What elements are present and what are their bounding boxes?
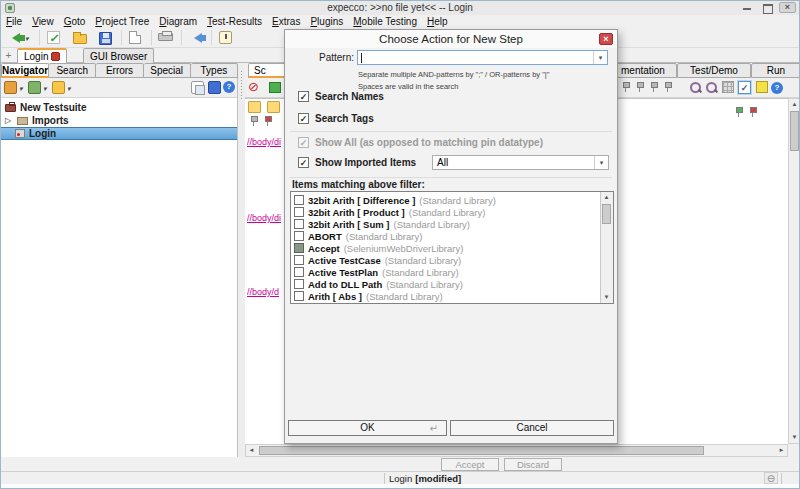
scroll-up-icon[interactable]: ▲ xyxy=(601,192,612,203)
zoom-out-icon[interactable] xyxy=(705,81,718,94)
save-schema-icon[interactable] xyxy=(267,101,280,113)
scroll-left-icon[interactable]: ◄ xyxy=(246,445,257,456)
list-item[interactable]: ABORT(Standard Library) xyxy=(291,230,600,242)
show-imported-row[interactable]: ✓ Show Imported Items xyxy=(298,157,416,168)
list-item[interactable]: Active TestPlan(Standard Library) xyxy=(291,266,600,278)
menu-project-tree[interactable]: Project Tree xyxy=(90,16,154,27)
tab-special[interactable]: Special xyxy=(144,63,191,78)
pin-icon[interactable] xyxy=(635,82,644,94)
pin-icon[interactable] xyxy=(249,116,258,128)
load-schema-icon[interactable] xyxy=(248,101,261,113)
vertical-scrollbar[interactable]: ▲ ▼ xyxy=(788,98,800,444)
new-item-icon[interactable] xyxy=(4,81,17,94)
chevron-down-icon[interactable]: ▾ xyxy=(25,35,29,43)
pattern-dropdown-icon[interactable]: ▾ xyxy=(593,51,607,64)
panel-splitter[interactable] xyxy=(238,63,245,457)
item-checkbox[interactable] xyxy=(294,231,304,241)
list-item[interactable]: 32bit Arith [ Difference ](Standard Libr… xyxy=(291,194,600,206)
accept-button[interactable]: Accept xyxy=(441,458,499,471)
add-tab-button[interactable]: + xyxy=(3,50,14,61)
grid-icon[interactable] xyxy=(722,81,734,93)
item-checkbox[interactable] xyxy=(294,291,304,301)
pin-icon[interactable] xyxy=(649,82,658,94)
pin-icon[interactable] xyxy=(663,82,672,94)
search-names-row[interactable]: ✓ Search Names xyxy=(298,91,384,102)
save-tree-icon[interactable] xyxy=(208,81,221,94)
chevron-down-icon[interactable]: ▾ xyxy=(67,85,71,93)
open-file-button[interactable] xyxy=(71,30,91,46)
menu-plugins[interactable]: Plugins xyxy=(305,16,348,27)
list-item[interactable]: Active TestCase(Standard Library) xyxy=(291,254,600,266)
cancel-button[interactable]: Cancel xyxy=(450,420,614,436)
chevron-down-icon[interactable]: ▾ xyxy=(43,85,47,93)
tab-errors[interactable]: Errors xyxy=(96,63,143,78)
scroll-right-icon[interactable]: ► xyxy=(776,445,787,456)
tab-gui-browser[interactable]: GUI Browser xyxy=(83,48,154,63)
help-icon[interactable]: ? xyxy=(771,82,783,94)
tab-test-demo[interactable]: Test/Demo xyxy=(677,63,751,78)
scroll-thumb[interactable] xyxy=(259,446,704,455)
copy-icon[interactable] xyxy=(191,81,204,94)
pin-green-icon[interactable] xyxy=(734,107,743,119)
tab-navigator[interactable]: Navigator xyxy=(1,63,49,78)
pin-red-icon[interactable] xyxy=(263,116,272,128)
horizontal-scrollbar[interactable]: ◄ ► xyxy=(245,444,788,457)
item-checkbox[interactable] xyxy=(294,195,304,205)
tree-item-testsuite[interactable]: New Testsuite xyxy=(1,101,237,114)
new-folder-icon[interactable] xyxy=(52,81,65,94)
step-link[interactable]: //body/d xyxy=(247,287,285,297)
menu-goto[interactable]: Goto xyxy=(59,16,91,27)
minimize-button[interactable] xyxy=(739,2,756,13)
menu-test-results[interactable]: Test-Results xyxy=(202,16,267,27)
discard-button[interactable]: Discard xyxy=(504,458,562,471)
back-button[interactable]: ▾ xyxy=(5,30,35,46)
tab-types[interactable]: Types xyxy=(191,63,238,78)
run-icon[interactable] xyxy=(269,82,281,93)
tab-search[interactable]: Search xyxy=(49,63,96,78)
item-checkbox[interactable] xyxy=(294,219,304,229)
new-group-icon[interactable] xyxy=(28,81,41,94)
pin-icon[interactable] xyxy=(621,82,630,94)
note-icon[interactable] xyxy=(756,81,768,93)
tab-run[interactable]: Run xyxy=(751,63,800,78)
step-link[interactable]: //body/di xyxy=(247,213,285,223)
imported-filter-select[interactable]: All ▾ xyxy=(432,155,609,170)
ok-button[interactable]: OK ↵ xyxy=(288,420,447,436)
list-item[interactable]: Arith [ Abs ](Standard Library) xyxy=(291,290,600,302)
item-checkbox[interactable] xyxy=(294,207,304,217)
close-button[interactable]: × xyxy=(779,2,796,13)
step-link[interactable]: //body/di xyxy=(247,137,285,147)
help-icon[interactable]: ? xyxy=(223,81,235,93)
list-item[interactable]: 32bit Arith [ Sum ](Standard Library) xyxy=(291,218,600,230)
search-tags-checkbox[interactable]: ✓ xyxy=(298,113,309,124)
menu-file[interactable]: File xyxy=(1,16,27,27)
menu-help[interactable]: Help xyxy=(422,16,453,27)
tab-status-icon[interactable] xyxy=(51,52,60,61)
menu-extras[interactable]: Extras xyxy=(267,16,305,27)
menu-diagram[interactable]: Diagram xyxy=(154,16,202,27)
pattern-input[interactable]: ▾ xyxy=(357,50,608,65)
status-pause-icon[interactable]: ⊖ xyxy=(764,472,778,484)
toggle-checkbox-icon[interactable]: ✓ xyxy=(738,81,751,94)
item-checkbox[interactable] xyxy=(294,267,304,277)
new-window-button[interactable] xyxy=(127,30,147,46)
item-checkbox[interactable] xyxy=(294,255,304,265)
dialog-close-button[interactable]: × xyxy=(599,33,613,45)
scroll-up-icon[interactable]: ▲ xyxy=(789,99,800,110)
menu-mobile-testing[interactable]: Mobile Testing xyxy=(348,16,422,27)
save-button[interactable] xyxy=(97,30,117,46)
tree-item-login[interactable]: Login xyxy=(1,127,237,140)
scroll-down-icon[interactable]: ▼ xyxy=(789,432,800,443)
list-item[interactable]: Add to DLL Path(Standard Library) xyxy=(291,278,600,290)
item-checkbox[interactable] xyxy=(294,279,304,289)
maximize-button[interactable] xyxy=(759,2,776,13)
search-names-checkbox[interactable]: ✓ xyxy=(298,91,309,102)
search-tags-row[interactable]: ✓ Search Tags xyxy=(298,113,374,124)
apply-button[interactable]: ✓ xyxy=(45,30,65,46)
action-list[interactable]: 32bit Arith [ Difference ](Standard Libr… xyxy=(290,191,614,304)
zoom-in-icon[interactable] xyxy=(689,81,702,94)
scroll-down-icon[interactable]: ▼ xyxy=(601,292,612,303)
print-button[interactable] xyxy=(157,30,177,46)
tab-documentation[interactable]: mentation xyxy=(615,63,677,78)
stop-icon[interactable]: ⊘ xyxy=(248,80,259,94)
